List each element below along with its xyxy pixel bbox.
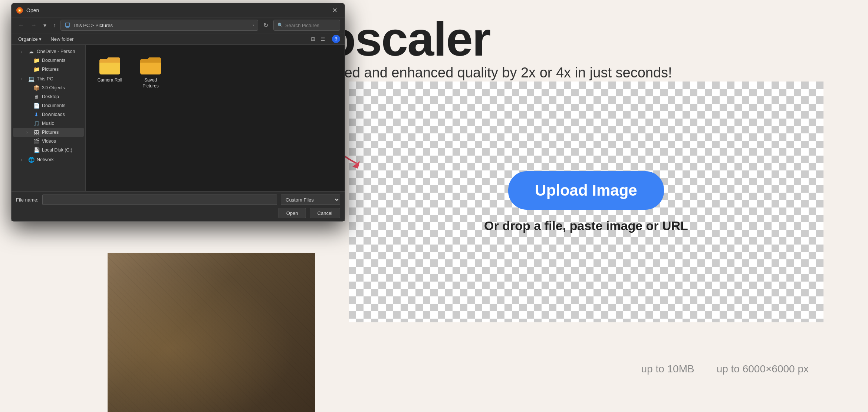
sidebar-item-pictures[interactable]: › 🖼 Pictures — [13, 128, 84, 137]
folder-camera-roll[interactable]: Camera Roll — [93, 52, 126, 92]
filename-input[interactable] — [42, 195, 277, 205]
resolution-limit: up to 6000×6000 px — [717, 363, 809, 375]
folder-saved-pictures[interactable]: Saved Pictures — [134, 52, 167, 92]
sidebar-item-desktop[interactable]: 🖥 Desktop — [13, 92, 84, 101]
sidebar-label: Local Disk (C:) — [42, 147, 72, 153]
size-limit: up to 10MB — [641, 363, 694, 375]
page-title: oscaler — [326, 11, 490, 67]
sidebar-label-network: Network — [37, 157, 54, 162]
dialog-bottom-bar: File name: Custom Files — [11, 191, 345, 208]
sidebar-label: Music — [42, 121, 54, 126]
pictures-icon: 🖼 — [33, 129, 40, 135]
sidebar-item-onedrive[interactable]: › ☁ OneDrive - Person — [13, 47, 84, 56]
videos-icon: 🎬 — [33, 138, 40, 144]
music-icon: 🎵 — [33, 120, 40, 126]
nav-up-button[interactable]: ↑ — [51, 20, 58, 30]
sidebar-label-thispc: This PC — [37, 76, 53, 82]
svg-point-3 — [19, 10, 20, 11]
filename-label: File name: — [16, 197, 39, 203]
folder-label-camera-roll: Camera Roll — [98, 77, 122, 83]
dialog-toolbar: Organize ▾ New folder ⊞ ☰ ? — [11, 33, 345, 45]
folder-icon: 📁 — [33, 66, 40, 72]
objects-icon: 📦 — [33, 85, 40, 91]
address-chevron-icon: › — [253, 23, 254, 28]
address-box[interactable]: This PC > Pictures › — [60, 20, 258, 31]
sample-image — [108, 253, 315, 412]
dialog-title-text: Open — [26, 7, 39, 13]
sidebar-item-3dobjects[interactable]: 📦 3D Objects — [13, 83, 84, 92]
sidebar-label: 3D Objects — [42, 85, 65, 90]
svg-rect-4 — [65, 23, 70, 26]
organize-button[interactable]: Organize ▾ — [16, 35, 44, 43]
address-text: This PC > Pictures — [73, 23, 113, 28]
sidebar-section-network: › 🌐 Network — [11, 155, 85, 164]
folder-icon: 📁 — [33, 57, 40, 63]
sidebar-label: Videos — [42, 139, 56, 144]
sidebar-label: Documents — [42, 103, 65, 108]
desktop-icon: 🖥 — [33, 94, 40, 100]
chevron-icon: › — [21, 158, 26, 162]
folder-icon-saved-pictures — [139, 55, 162, 75]
disk-icon: 💾 — [33, 147, 40, 153]
sidebar-label: Downloads — [42, 112, 65, 117]
folder-icon-camera-roll — [98, 55, 122, 75]
dialog-files-area[interactable]: Camera Roll Saved Pictures — [86, 45, 345, 191]
view-buttons: ⊞ ☰ — [309, 35, 328, 43]
folder-label-saved-pictures: Saved Pictures — [137, 77, 164, 89]
documents-icon: 📄 — [33, 103, 40, 109]
dialog-addressbar: ← → ▾ ↑ This PC > Pictures › ↻ 🔍 — [11, 17, 345, 33]
downloads-icon: ⬇ — [33, 112, 40, 117]
upload-image-button[interactable]: Upload Image — [508, 171, 664, 210]
dialog-title-left: Open — [16, 7, 39, 14]
dialog-bottom-actions: Open Cancel — [11, 208, 345, 221]
sidebar-item-network[interactable]: › 🌐 Network — [13, 155, 84, 164]
sidebar-label: Pictures — [42, 130, 59, 135]
svg-rect-5 — [66, 27, 69, 27]
sidebar-item-documents[interactable]: 📄 Documents — [13, 101, 84, 110]
sidebar-item-videos[interactable]: 🎬 Videos — [13, 137, 84, 146]
thispc-icon: 💻 — [28, 76, 34, 82]
view-details-button[interactable]: ☰ — [318, 35, 328, 43]
sidebar-label: Documents — [42, 58, 65, 63]
chevron-icon: › — [21, 77, 26, 81]
sidebar-label-onedrive: OneDrive - Person — [37, 49, 75, 54]
filetype-select[interactable]: Custom Files — [281, 195, 340, 205]
dialog-close-button[interactable]: ✕ — [329, 6, 340, 15]
sidebar-item-od-pictures[interactable]: 📁 Pictures — [13, 65, 84, 74]
svg-rect-6 — [66, 27, 69, 28]
onedrive-icon: ☁ — [28, 49, 34, 54]
sidebar-item-localdisk[interactable]: 💾 Local Disk (C:) — [13, 146, 84, 154]
nav-dropdown-button[interactable]: ▾ — [41, 20, 49, 30]
chevron-icon: › — [26, 130, 31, 134]
upload-limits: up to 10MB up to 6000×6000 px — [641, 363, 809, 375]
search-icon: 🔍 — [277, 23, 283, 28]
sidebar-item-od-documents[interactable]: 📁 Documents — [13, 56, 84, 65]
sidebar-section-thispc: › 💻 This PC 📦 3D Objects 🖥 Desktop 📄 — [11, 74, 85, 154]
dialog-open-button[interactable]: Open — [279, 208, 306, 218]
sidebar-label: Pictures — [42, 67, 59, 72]
file-open-dialog: Open ✕ ← → ▾ ↑ This PC > Pictures › ↻ 🔍 … — [11, 3, 345, 222]
pc-icon — [65, 22, 70, 28]
dialog-sidebar: › ☁ OneDrive - Person 📁 Documents 📁 Pict… — [11, 45, 86, 191]
new-folder-button[interactable]: New folder — [48, 35, 76, 43]
sidebar-section-onedrive: › ☁ OneDrive - Person 📁 Documents 📁 Pict… — [11, 47, 85, 74]
page-subtitle: caled and enhanced quality by 2x or 4x i… — [326, 65, 672, 81]
refresh-button[interactable]: ↻ — [260, 20, 271, 30]
dialog-cancel-button[interactable]: Cancel — [310, 208, 340, 218]
network-icon: 🌐 — [28, 157, 34, 163]
search-input[interactable] — [285, 23, 336, 28]
help-button[interactable]: ? — [332, 35, 340, 43]
sidebar-item-downloads[interactable]: ⬇ Downloads — [13, 110, 84, 119]
search-box[interactable]: 🔍 — [273, 20, 340, 31]
sidebar-item-music[interactable]: 🎵 Music — [13, 119, 84, 128]
dialog-body: › ☁ OneDrive - Person 📁 Documents 📁 Pict… — [11, 45, 345, 191]
dialog-titlebar: Open ✕ — [11, 3, 345, 17]
nav-forward-button[interactable]: → — [29, 20, 39, 30]
drop-instruction: Or drop a file, paste image or URL — [484, 219, 688, 233]
upload-area[interactable]: Upload Image Or drop a file, paste image… — [349, 82, 823, 322]
sidebar-label: Desktop — [42, 94, 59, 99]
sidebar-item-thispc[interactable]: › 💻 This PC — [13, 74, 84, 83]
view-large-icon-button[interactable]: ⊞ — [309, 35, 318, 43]
dialog-app-icon — [16, 7, 23, 14]
nav-back-button[interactable]: ← — [16, 20, 26, 30]
